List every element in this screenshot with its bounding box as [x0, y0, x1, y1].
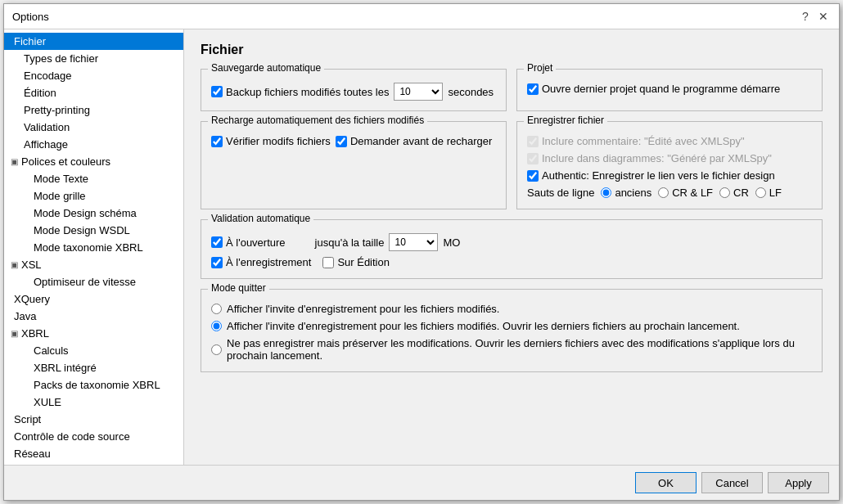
- validation-title: Validation automatique: [208, 213, 313, 224]
- sauvegarde-row: Backup fichiers modifiés toutes les 10 5…: [211, 83, 496, 101]
- sidebar-item-validation[interactable]: Validation: [4, 119, 183, 136]
- sidebar-item-mode-grille[interactable]: Mode grille: [4, 187, 183, 205]
- enregistrer-row3: Authentic: Enregistrer le lien vers le f…: [527, 169, 812, 182]
- validation-edition-label[interactable]: Sur Édition: [322, 256, 390, 268]
- enregistrer-label1: Inclure commentaire: "Édité avec XMLSpy": [542, 135, 745, 147]
- mode-quitter-title: Mode quitter: [208, 282, 269, 294]
- sidebar-item-packs-taxonomie[interactable]: Packs de taxonomie XBRL: [4, 376, 183, 394]
- validation-enregistrement-label[interactable]: À l'enregistrement: [211, 256, 311, 268]
- sauts-radio-lf[interactable]: LF: [755, 187, 782, 199]
- mode-quitter-option3-text: Ne pas enregistrer mais préserver les mo…: [227, 337, 812, 362]
- sauts-radio-crlf[interactable]: CR & LF: [658, 187, 713, 199]
- validation-taille-unit: MO: [443, 236, 460, 249]
- dialog-footer: OK Cancel Apply: [4, 465, 839, 500]
- validation-ouverture-checkbox[interactable]: [211, 236, 223, 248]
- validation-ouverture-label[interactable]: À l'ouverture: [211, 236, 286, 249]
- expand-icon: ▣: [11, 157, 18, 166]
- mode-quitter-option1[interactable]: Afficher l'invite d'enregistrement pour …: [211, 303, 812, 315]
- sidebar-item-xule[interactable]: XULE: [4, 394, 183, 411]
- enregistrer-checkbox2[interactable]: [527, 153, 539, 164]
- sidebar-group-xbrl[interactable]: ▣ XBRL: [4, 325, 183, 342]
- sidebar: Fichier Types de fichier Encodage Éditio…: [4, 29, 184, 465]
- sidebar-item-encodage[interactable]: Encodage: [4, 67, 183, 84]
- sidebar-group-polices[interactable]: ▣ Polices et couleurs: [4, 153, 183, 170]
- sauvegarde-interval-select[interactable]: 10 5 15 20 30: [394, 83, 443, 101]
- projet-checkbox-label[interactable]: Ouvre dernier projet quand le programme …: [527, 83, 780, 95]
- projet-group: Projet Ouvre dernier projet quand le pro…: [516, 69, 823, 111]
- close-button[interactable]: ✕: [816, 9, 831, 24]
- sidebar-item-mode-texte[interactable]: Mode Texte: [4, 170, 183, 187]
- validation-row1: À l'ouverture jusqu'à la taille 10 5 15 …: [211, 233, 812, 251]
- validation-edition-checkbox[interactable]: [322, 257, 334, 268]
- validation-enregistrement-text: À l'enregistrement: [226, 256, 311, 268]
- recharge-checkbox1[interactable]: [211, 136, 223, 147]
- validation-taille-label: jusqu'à la taille: [315, 236, 385, 249]
- mode-quitter-option2-text: Afficher l'invite d'enregistrement pour …: [227, 320, 740, 332]
- dialog-body: Fichier Types de fichier Encodage Éditio…: [4, 29, 839, 465]
- sidebar-item-pretty-printing[interactable]: Pretty-printing: [4, 101, 183, 119]
- expand-icon-xsl: ▣: [11, 260, 18, 269]
- sidebar-item-edition[interactable]: Édition: [4, 84, 183, 101]
- sauts-radio-cr[interactable]: CR: [719, 187, 749, 199]
- page-title: Fichier: [201, 43, 823, 57]
- sidebar-item-mode-design-wsdl[interactable]: Mode Design WSDL: [4, 222, 183, 239]
- recharge-checkbox1-label[interactable]: Vérifier modifs fichiers: [211, 135, 331, 147]
- sauts-radio-anciens[interactable]: anciens: [601, 187, 651, 199]
- enregistrer-checkbox1-label[interactable]: Inclure commentaire: "Édité avec XMLSpy": [527, 135, 745, 147]
- validation-taille-select[interactable]: 10 5 15 20: [389, 233, 438, 251]
- help-button[interactable]: ?: [798, 9, 813, 24]
- mode-quitter-option1-text: Afficher l'invite d'enregistrement pour …: [227, 303, 499, 315]
- enregistrer-label3: Authentic: Enregistrer le lien vers le f…: [542, 169, 775, 182]
- sauvegarde-checkbox[interactable]: [211, 86, 223, 97]
- sidebar-item-reseau[interactable]: Réseau: [4, 445, 183, 462]
- sauts-row: Sauts de ligne anciens CR & LF CR: [527, 187, 812, 199]
- apply-button[interactable]: Apply: [768, 472, 829, 493]
- recharge-label1: Vérifier modifs fichiers: [226, 135, 331, 147]
- sidebar-group-xsl[interactable]: ▣ XSL: [4, 256, 183, 273]
- sidebar-item-mode-taxonomie[interactable]: Mode taxonomie XBRL: [4, 239, 183, 256]
- enregistrer-group: Enregistrer fichier Inclure commentaire:…: [516, 121, 823, 209]
- cancel-button[interactable]: Cancel: [701, 472, 763, 493]
- mode-quitter-option2[interactable]: Afficher l'invite d'enregistrement pour …: [211, 320, 812, 332]
- sidebar-item-script[interactable]: Script: [4, 411, 183, 428]
- recharge-checkbox2[interactable]: [336, 136, 347, 147]
- sidebar-item-types-fichier[interactable]: Types de fichier: [4, 50, 183, 67]
- sidebar-item-xquery[interactable]: XQuery: [4, 290, 183, 308]
- top-groups: Sauvegarde automatique Backup fichiers m…: [201, 69, 823, 111]
- recharge-title: Recharge automatiquement des fichiers mo…: [208, 115, 427, 126]
- sidebar-item-calculs[interactable]: Calculs: [4, 342, 183, 359]
- mode-quitter-group: Mode quitter Afficher l'invite d'enregis…: [201, 289, 823, 372]
- enregistrer-label2: Inclure dans diagrammes: "Généré par XML…: [542, 152, 772, 164]
- projet-label-text: Ouvre dernier projet quand le programme …: [542, 83, 780, 95]
- mode-quitter-option3[interactable]: Ne pas enregistrer mais préserver les mo…: [211, 337, 812, 362]
- sidebar-item-java[interactable]: Java: [4, 308, 183, 325]
- sidebar-item-controle[interactable]: Contrôle de code source: [4, 428, 183, 445]
- title-bar-buttons: ? ✕: [798, 9, 831, 24]
- main-content: Fichier Sauvegarde automatique Backup fi…: [184, 29, 839, 465]
- sidebar-item-xbrl-integre[interactable]: XBRL intégré: [4, 359, 183, 376]
- sidebar-item-optimiseur[interactable]: Optimiseur de vitesse: [4, 273, 183, 290]
- sidebar-item-fichier[interactable]: Fichier: [4, 33, 183, 50]
- sauvegarde-label-text: Backup fichiers modifiés toutes les: [226, 86, 389, 98]
- enregistrer-checkbox3-label[interactable]: Authentic: Enregistrer le lien vers le f…: [527, 169, 775, 182]
- projet-title: Projet: [524, 62, 556, 74]
- projet-checkbox[interactable]: [527, 83, 539, 95]
- sauvegarde-title: Sauvegarde automatique: [208, 62, 324, 74]
- title-bar: Options ? ✕: [4, 4, 839, 29]
- validation-group: Validation automatique À l'ouverture jus…: [201, 219, 823, 279]
- ok-button[interactable]: OK: [635, 472, 696, 493]
- validation-enregistrement-checkbox[interactable]: [211, 257, 223, 268]
- enregistrer-checkbox3[interactable]: [527, 170, 539, 182]
- recharge-row: Vérifier modifs fichiers Demander avant …: [211, 135, 496, 147]
- sauts-label: Sauts de ligne: [527, 187, 594, 199]
- sidebar-item-affichage[interactable]: Affichage: [4, 136, 183, 153]
- enregistrer-checkbox1[interactable]: [527, 136, 539, 147]
- sauvegarde-checkbox-label[interactable]: Backup fichiers modifiés toutes les: [211, 86, 389, 98]
- sidebar-item-mode-design-schema[interactable]: Mode Design schéma: [4, 205, 183, 222]
- recharge-checkbox2-label[interactable]: Demander avant de recharger: [336, 135, 492, 147]
- second-groups: Recharge automatiquement des fichiers mo…: [201, 121, 823, 209]
- enregistrer-row1: Inclure commentaire: "Édité avec XMLSpy": [527, 135, 812, 147]
- enregistrer-checkbox2-label[interactable]: Inclure dans diagrammes: "Généré par XML…: [527, 152, 772, 164]
- sidebar-group-polices-label: Polices et couleurs: [21, 155, 110, 168]
- validation-edition-text: Sur Édition: [337, 256, 390, 268]
